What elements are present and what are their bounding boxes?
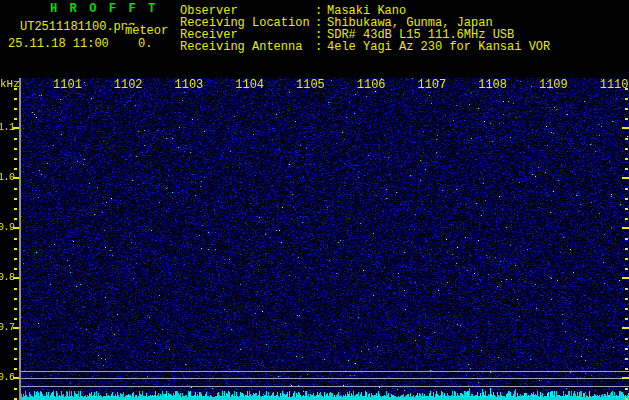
freq-tick-label: 0.9	[0, 223, 14, 233]
freq-minor-tick-left	[14, 108, 17, 110]
freq-minor-tick-left	[14, 258, 17, 260]
time-tick-label: 1103	[175, 79, 204, 91]
info-value: 4ele Yagi Az 230 for Kansai VOR	[327, 41, 550, 53]
freq-major-tick-right	[622, 227, 629, 229]
freq-minor-tick-left	[14, 98, 17, 100]
freq-minor-tick-right	[625, 148, 628, 150]
freq-minor-tick-left	[14, 168, 17, 170]
reference-line	[21, 386, 629, 387]
freq-major-tick-right	[622, 377, 629, 379]
info-separator: :	[315, 41, 322, 53]
freq-tick-label: 1.0	[0, 173, 14, 183]
freq-minor-tick-left	[14, 218, 17, 220]
freq-tick-label: 1.1	[0, 123, 14, 133]
time-tick-label: 1107	[417, 79, 446, 91]
freq-minor-tick-right	[625, 188, 628, 190]
plot-left-border-line	[19, 78, 21, 400]
freq-minor-tick-left	[14, 388, 17, 390]
freq-minor-tick-right	[625, 298, 628, 300]
freq-minor-tick-left	[14, 248, 17, 250]
reference-line	[21, 378, 629, 379]
freq-minor-tick-left	[14, 368, 17, 370]
freq-minor-tick-left	[14, 398, 17, 400]
freq-minor-tick-left	[14, 138, 17, 140]
freq-minor-tick-right	[625, 348, 628, 350]
freq-major-tick-right	[622, 127, 629, 129]
time-tick-label: 1108	[478, 79, 507, 91]
freq-minor-tick-left	[14, 348, 17, 350]
freq-minor-tick-right	[625, 268, 628, 270]
freq-major-tick-right	[622, 277, 629, 279]
time-tick-label: 1109	[539, 79, 568, 91]
freq-minor-tick-left	[14, 188, 17, 190]
freq-minor-tick-right	[625, 208, 628, 210]
time-tick-label: 1106	[357, 79, 386, 91]
app-title: H R O F F T	[50, 3, 158, 15]
freq-minor-tick-right	[625, 168, 628, 170]
freq-minor-tick-right	[625, 318, 628, 320]
time-tick-label: 1104	[235, 79, 264, 91]
freq-minor-tick-right	[625, 238, 628, 240]
freq-minor-tick-right	[625, 138, 628, 140]
freq-tick-label: 0.6	[0, 373, 14, 383]
echo-count: 0.	[138, 38, 152, 50]
freq-minor-tick-right	[625, 158, 628, 160]
freq-minor-tick-left	[14, 308, 17, 310]
freq-minor-tick-right	[625, 218, 628, 220]
freq-minor-tick-left	[14, 288, 17, 290]
freq-minor-tick-left	[14, 118, 17, 120]
info-row-receiving-antenna: Receiving Antenna:4ele Yagi Az 230 for K…	[180, 41, 628, 53]
spectrogram-noise-canvas	[21, 78, 629, 400]
freq-minor-tick-left	[14, 208, 17, 210]
freq-major-tick-right	[622, 177, 629, 179]
freq-minor-tick-left	[14, 318, 17, 320]
freq-minor-tick-left	[14, 268, 17, 270]
spectrogram-filename: UT2511181100.png	[20, 21, 135, 33]
mode-label: meteor	[125, 25, 169, 37]
freq-minor-tick-right	[625, 288, 628, 290]
time-tick-label: 1110	[600, 79, 629, 91]
freq-minor-tick-left	[14, 148, 17, 150]
time-tick-label: 1101	[53, 79, 82, 91]
freq-tick-label: 0.7	[0, 323, 14, 333]
freq-minor-tick-right	[625, 388, 628, 390]
freq-minor-tick-right	[625, 308, 628, 310]
time-tick-label: 1105	[296, 79, 325, 91]
freq-minor-tick-left	[14, 158, 17, 160]
freq-major-tick-right	[622, 327, 629, 329]
freq-minor-tick-right	[625, 258, 628, 260]
freq-tick-label: 0.8	[0, 273, 14, 283]
freq-minor-tick-right	[625, 368, 628, 370]
freq-minor-tick-right	[625, 358, 628, 360]
reference-line	[21, 371, 629, 372]
freq-minor-tick-left	[14, 298, 17, 300]
freq-minor-tick-left	[14, 238, 17, 240]
freq-minor-tick-right	[625, 338, 628, 340]
freq-minor-tick-left	[14, 338, 17, 340]
freq-minor-tick-right	[625, 398, 628, 400]
freq-minor-tick-left	[14, 358, 17, 360]
hrofft-screen: H R O F F T UT2511181100.png meteor 25.1…	[0, 0, 629, 400]
freq-minor-tick-right	[625, 108, 628, 110]
y-axis-unit-label: kHz	[0, 79, 20, 90]
datetime-label: 25.11.18 11:00	[8, 38, 109, 50]
freq-minor-tick-right	[625, 248, 628, 250]
freq-minor-tick-right	[625, 198, 628, 200]
freq-minor-tick-right	[625, 118, 628, 120]
time-tick-label: 1102	[114, 79, 143, 91]
freq-minor-tick-left	[14, 198, 17, 200]
info-label: Receiving Antenna	[180, 41, 302, 53]
freq-minor-tick-right	[625, 98, 628, 100]
